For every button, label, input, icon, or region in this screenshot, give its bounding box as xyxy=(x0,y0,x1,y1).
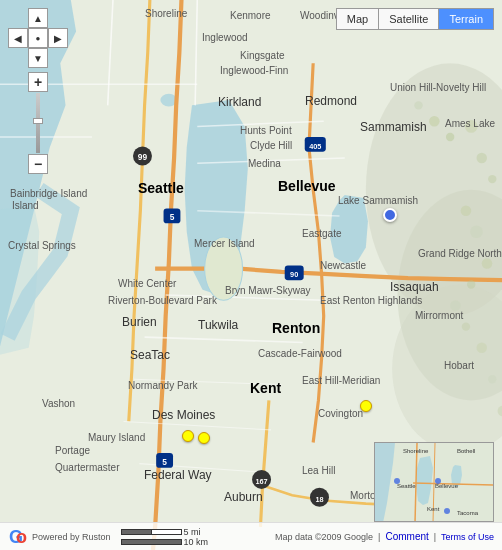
marker-blue[interactable] xyxy=(383,208,397,222)
svg-text:Kent: Kent xyxy=(427,506,440,512)
map-button[interactable]: Map xyxy=(337,9,379,29)
scale-end-metric xyxy=(181,539,182,545)
pan-center-button[interactable]: ● xyxy=(28,28,48,48)
scale-segment-2 xyxy=(151,529,181,535)
svg-text:167: 167 xyxy=(255,477,267,486)
svg-text:405: 405 xyxy=(309,142,321,151)
svg-text:Tacoma: Tacoma xyxy=(457,510,479,516)
svg-point-24 xyxy=(461,205,472,216)
svg-text:Shoreline: Shoreline xyxy=(403,448,429,454)
marker-yellow-3[interactable] xyxy=(360,400,372,412)
pan-right-button[interactable]: ▶ xyxy=(48,28,68,48)
svg-point-30 xyxy=(476,342,487,353)
scale-end xyxy=(181,529,182,535)
bottom-bar: G o Powered by Ruston 5 mi 10 km Map dat… xyxy=(0,522,502,550)
marker-yellow-2[interactable] xyxy=(198,432,210,444)
zoom-slider-thumb[interactable] xyxy=(33,118,43,124)
zoom-in-button[interactable]: + xyxy=(28,72,48,92)
google-logo: G o xyxy=(8,526,30,548)
svg-point-18 xyxy=(414,101,422,109)
svg-point-21 xyxy=(465,120,478,133)
map-type-controls: Map Satellite Terrain xyxy=(336,8,494,30)
mini-map-inner: Shoreline Bothell Seattle Bellevue Kent … xyxy=(375,443,493,521)
svg-point-60 xyxy=(435,478,441,484)
scale-line-imperial: 5 mi xyxy=(121,527,201,537)
svg-point-19 xyxy=(429,116,440,127)
svg-text:Bothell: Bothell xyxy=(457,448,475,454)
svg-point-59 xyxy=(394,478,400,484)
svg-point-61 xyxy=(444,508,450,514)
pan-controls: ▲ ◀ ● ▶ ▼ xyxy=(8,8,68,68)
terrain-button[interactable]: Terrain xyxy=(439,9,493,29)
marker-yellow-1[interactable] xyxy=(182,430,194,442)
svg-point-22 xyxy=(476,153,487,164)
svg-text:90: 90 xyxy=(290,270,298,279)
scale-segment-metric xyxy=(121,539,181,545)
terms-link[interactable]: Terms of Use xyxy=(441,532,494,542)
scale-imperial: 5 mi xyxy=(184,527,201,537)
scale-bar: 5 mi 10 km xyxy=(121,527,209,547)
scale-segment-1 xyxy=(121,529,151,535)
mini-map[interactable]: Shoreline Bothell Seattle Bellevue Kent … xyxy=(374,442,494,522)
pan-left-button[interactable]: ◀ xyxy=(8,28,28,48)
navigation-controls: ▲ ◀ ● ▶ ▼ + − xyxy=(8,8,68,174)
mini-map-svg: Shoreline Bothell Seattle Bellevue Kent … xyxy=(375,443,494,522)
svg-text:99: 99 xyxy=(138,152,148,162)
svg-text:5: 5 xyxy=(170,212,175,222)
svg-point-17 xyxy=(205,237,243,300)
map-data-label: Map data ©2009 Google xyxy=(275,532,373,542)
svg-point-29 xyxy=(462,322,470,330)
svg-text:18: 18 xyxy=(315,495,323,504)
svg-point-23 xyxy=(488,175,496,183)
powered-by: Powered by Ruston xyxy=(32,532,111,542)
svg-point-20 xyxy=(446,133,454,141)
zoom-out-button[interactable]: − xyxy=(28,154,48,174)
pan-up-button[interactable]: ▲ xyxy=(28,8,48,28)
satellite-button[interactable]: Satellite xyxy=(379,9,439,29)
map-container[interactable]: 5 405 90 99 167 18 5 405 Shoreline Kenmo… xyxy=(0,0,502,550)
logo-area: G o Powered by Ruston xyxy=(8,526,111,548)
svg-text:o: o xyxy=(16,527,27,547)
zoom-controls: + − xyxy=(8,72,68,174)
svg-text:Seattle: Seattle xyxy=(397,483,416,489)
zoom-slider[interactable] xyxy=(36,93,40,153)
pan-down-button[interactable]: ▼ xyxy=(28,48,48,68)
svg-point-27 xyxy=(467,280,475,288)
svg-point-25 xyxy=(470,225,483,238)
map-data-text: Map data ©2009 Google | Comment | Terms … xyxy=(275,531,494,542)
comment-link[interactable]: Comment xyxy=(385,531,428,542)
svg-point-26 xyxy=(482,258,493,269)
svg-text:5: 5 xyxy=(162,457,167,467)
svg-point-31 xyxy=(488,375,496,383)
scale-line-metric: 10 km xyxy=(121,537,209,547)
svg-point-28 xyxy=(450,300,461,311)
scale-metric: 10 km xyxy=(184,537,209,547)
